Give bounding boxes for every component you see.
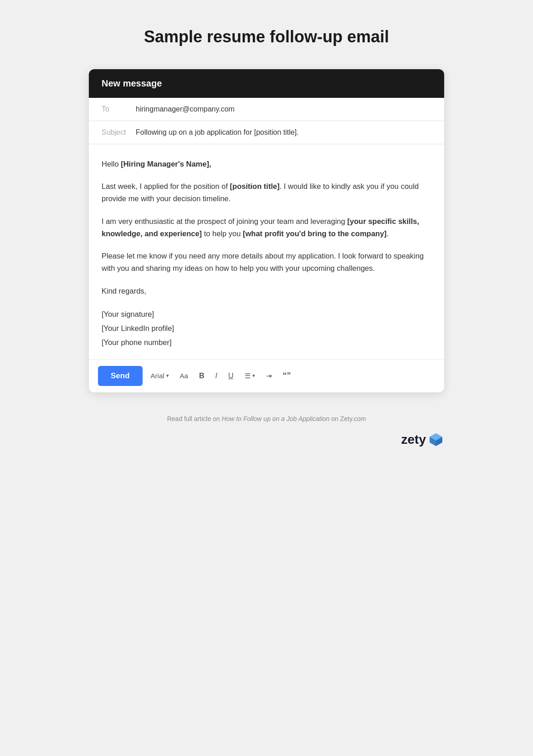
subject-value: Following up on a job application for [p… [136,128,299,137]
footer-text-before: Read full article on [167,415,222,422]
paragraph-1: Last week, I applied for the position of… [102,180,431,205]
align-icon: ☰ [245,372,251,380]
email-header-title: New message [102,78,162,88]
signature-block: [Your signature] [Your LinkedIn profile]… [102,307,431,350]
footer-brand: zety [89,431,444,448]
para2-before: I am very enthusiastic at the prospect o… [102,217,347,225]
page-title: Sample resume follow-up email [144,27,389,46]
quote-button[interactable]: “” [280,369,294,382]
font-family-chevron: ▾ [166,373,169,379]
align-button[interactable]: ☰ ▾ [242,370,258,382]
send-button[interactable]: Send [98,366,143,386]
bold-icon: B [199,372,205,380]
indent-button[interactable]: ⇥ [263,370,275,382]
signature-line-1: [Your signature] [102,307,431,321]
footer-text-after: on Zety.com [329,415,366,422]
quote-icon: “” [283,371,291,381]
email-header: New message [89,69,444,98]
para2-placeholder2: [what profit you'd bring to the company] [243,229,387,238]
greeting-text: Hello [102,160,121,168]
subject-field[interactable]: Subject Following up on a job applicatio… [89,121,444,144]
subject-label: Subject [102,128,136,137]
bold-button[interactable]: B [196,370,207,382]
font-size-button[interactable]: Aa [177,370,191,381]
email-toolbar: Send Arial ▾ Aa B I U ☰ ▾ ⇥ “” [89,359,444,392]
para2-after: to help you [202,229,243,238]
signature-line-2: [Your LinkedIn profile] [102,321,431,335]
greeting-paragraph: Hello [Hiring Manager's Name], [102,158,431,170]
footer-text: Read full article on How to Follow up on… [89,415,444,422]
font-family-selector[interactable]: Arial ▾ [148,370,172,381]
to-label: To [102,105,136,113]
para1-placeholder: [position title] [230,182,280,190]
email-card: New message To hiringmanager@company.com… [89,69,444,392]
para2-end: . [387,229,389,238]
italic-button[interactable]: I [213,370,220,382]
para1-before: Last week, I applied for the position of [102,182,230,190]
brand-name: zety [401,432,426,447]
footer-link[interactable]: How to Follow up on a Job Application [222,415,330,422]
font-size-label: Aa [180,372,188,380]
brand-logo [428,431,444,448]
align-chevron: ▾ [252,373,255,379]
signature-line-3: [Your phone number] [102,335,431,350]
paragraph-2: I am very enthusiastic at the prospect o… [102,215,431,240]
indent-icon: ⇥ [266,372,272,380]
font-family-label: Arial [151,372,164,380]
greeting-placeholder: [Hiring Manager's Name], [121,160,211,168]
to-value: hiringmanager@company.com [136,105,235,113]
email-body: Hello [Hiring Manager's Name], Last week… [89,144,444,359]
paragraph-3: Please let me know if you need any more … [102,250,431,274]
italic-icon: I [215,372,217,380]
closing-text: Kind regards, [102,285,431,297]
to-field[interactable]: To hiringmanager@company.com [89,98,444,121]
underline-icon: U [228,372,234,380]
underline-button[interactable]: U [226,370,236,382]
